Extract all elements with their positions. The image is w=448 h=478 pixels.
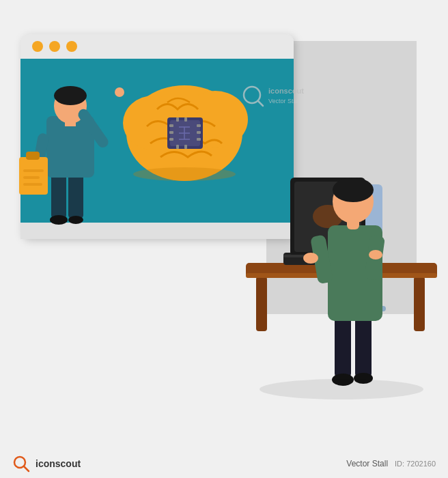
svg-rect-24: [19, 157, 48, 195]
svg-point-6: [32, 41, 43, 52]
svg-rect-12: [20, 223, 294, 239]
svg-rect-36: [169, 138, 173, 141]
svg-rect-37: [197, 124, 201, 127]
svg-rect-43: [184, 145, 187, 149]
svg-rect-5: [20, 46, 294, 59]
svg-rect-66: [355, 314, 372, 379]
svg-point-73: [369, 250, 382, 259]
svg-rect-42: [176, 145, 179, 149]
svg-point-76: [333, 178, 374, 202]
svg-rect-65: [335, 314, 351, 379]
asset-id: ID: 7202160: [395, 460, 436, 468]
svg-point-22: [115, 87, 124, 97]
svg-point-77: [260, 379, 423, 399]
svg-rect-41: [184, 117, 187, 122]
svg-rect-25: [26, 152, 40, 160]
svg-rect-26: [23, 169, 44, 172]
svg-rect-28: [23, 183, 42, 186]
svg-rect-20: [65, 120, 76, 126]
main-container: iconscout Vector Stall iconscout Vector …: [0, 0, 448, 478]
svg-point-19: [54, 86, 87, 105]
svg-point-7: [49, 41, 60, 52]
svg-rect-27: [23, 176, 40, 179]
svg-rect-38: [197, 131, 201, 134]
svg-rect-34: [169, 124, 173, 127]
svg-rect-39: [197, 138, 201, 141]
svg-point-48: [133, 167, 236, 181]
svg-point-8: [66, 41, 77, 52]
svg-rect-40: [176, 117, 179, 122]
iconscout-icon: [12, 455, 30, 473]
brand-name: iconscout: [36, 458, 81, 469]
svg-point-16: [68, 216, 83, 224]
vector-stall-label: Vector Stall: [346, 459, 388, 468]
svg-line-83: [24, 466, 29, 471]
brand-right: Vector Stall ID: 7202160: [346, 459, 436, 468]
main-illustration: iconscout Vector Stall: [0, 0, 448, 437]
svg-rect-56: [256, 277, 267, 331]
svg-rect-35: [169, 131, 173, 134]
svg-rect-13: [51, 171, 66, 219]
svg-point-72: [303, 253, 318, 264]
svg-text:iconscout: iconscout: [268, 87, 304, 95]
svg-rect-14: [68, 171, 83, 219]
svg-text:Vector Stall: Vector Stall: [268, 98, 300, 104]
bottom-bar: iconscout Vector Stall ID: 7202160: [0, 455, 448, 473]
svg-point-15: [50, 215, 68, 225]
svg-rect-2: [0, 314, 448, 437]
brand-left: iconscout: [12, 455, 81, 473]
svg-rect-57: [414, 277, 425, 331]
